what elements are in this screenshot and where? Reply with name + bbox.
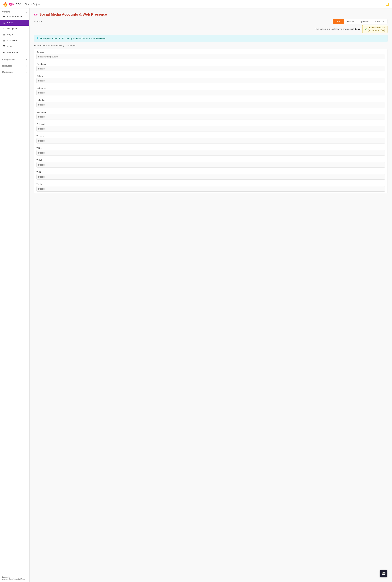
- sidebar-item-navigation[interactable]: ▲ Navigation: [0, 26, 29, 32]
- save-button[interactable]: 💾: [380, 570, 387, 577]
- form-field-twitch: Twitch: [34, 157, 387, 169]
- input-linkedin[interactable]: [36, 102, 385, 108]
- label-twitter: Twitter: [36, 171, 385, 173]
- info-message: Please provide the full URL starting wit…: [40, 37, 106, 40]
- main-content: @ Social Media Accounts & Web Presence S…: [30, 8, 392, 582]
- status-bar: Statuses Draft Review Approved Published: [34, 19, 388, 24]
- logo-ign: ign: [9, 2, 14, 6]
- input-twitter[interactable]: [36, 174, 385, 180]
- logged-in-email: martine@andromeda16.com: [2, 578, 27, 580]
- form-field-youtube: Youtube: [34, 181, 387, 193]
- topbar-left: 🔥 ign·tion Starter Project: [2, 2, 40, 7]
- sidebar-item-label: Bulk Publish: [7, 51, 19, 54]
- sidebar-item-label: Social: [7, 22, 13, 24]
- content-label: Content: [2, 11, 10, 13]
- form-field-twitter: Twitter: [34, 169, 387, 181]
- topbar: 🔥 ign·tion Starter Project 🌙: [0, 0, 392, 8]
- input-facebook[interactable]: [36, 66, 385, 72]
- status-tab-draft[interactable]: Draft: [332, 19, 344, 24]
- sidebar-item-media[interactable]: 🖼 Media: [0, 44, 29, 49]
- content-section: Content ▲ ❖ Site Information ◎ Social ▲ …: [0, 8, 29, 56]
- content-section-header[interactable]: Content ▲: [0, 10, 29, 14]
- sidebar-item-collections[interactable]: ⊟ Collections: [0, 38, 29, 44]
- configuration-section-header[interactable]: Configuration ▼: [0, 57, 29, 62]
- my-account-section-header[interactable]: My Account ▼: [0, 70, 29, 74]
- input-youtube[interactable]: [36, 186, 385, 192]
- logged-in-label: Logged in as: [2, 576, 27, 578]
- label-facebook: Facebook: [36, 63, 385, 65]
- form-field-tiktok: Tiktok: [34, 145, 387, 157]
- label-threads: Threads: [36, 135, 385, 137]
- status-tab-approved[interactable]: Approved: [357, 19, 372, 24]
- pages-icon: ⊞: [2, 33, 6, 36]
- env-name: Local: [355, 28, 360, 30]
- sidebar-item-bulk-publish[interactable]: ◈ Bulk Publish: [0, 49, 29, 55]
- my-account-label: My Account: [2, 71, 13, 73]
- resources-section: Resources ▼: [0, 62, 29, 69]
- logo-dot: ·: [14, 2, 15, 7]
- resources-chevron-icon: ▼: [26, 65, 27, 67]
- configuration-section: Configuration ▼: [0, 56, 29, 62]
- form-field-github: Github: [34, 73, 387, 85]
- label-mastodon: Mastodon: [36, 111, 385, 113]
- input-bluesky[interactable]: [36, 54, 385, 60]
- navigation-icon: ▲: [2, 27, 6, 30]
- page-header: @ Social Media Accounts & Web Presence: [34, 12, 388, 16]
- input-mastodon[interactable]: [36, 114, 385, 120]
- status-tab-published[interactable]: Published: [372, 19, 388, 24]
- page-title: Social Media Accounts & Web Presence: [39, 12, 107, 16]
- site-information-icon: ❖: [2, 15, 6, 18]
- form-field-polywork: Polywork: [34, 121, 387, 133]
- my-account-section: My Account ▼: [0, 69, 29, 75]
- sidebar: Content ▲ ❖ Site Information ◎ Social ▲ …: [0, 8, 30, 582]
- status-tabs: Draft Review Approved Published: [332, 19, 388, 24]
- input-polywork[interactable]: [36, 126, 385, 132]
- logo-flame-icon: 🔥: [2, 2, 8, 6]
- label-youtube: Youtube: [36, 183, 385, 185]
- input-github[interactable]: [36, 78, 385, 84]
- form-field-linkedin: LinkedIn: [34, 97, 387, 109]
- page-header-icon: @: [34, 12, 38, 16]
- label-twitch: Twitch: [36, 159, 385, 161]
- logo: 🔥 ign·tion: [2, 2, 22, 7]
- required-note: Fields marked with an asterisk (*) are r…: [34, 44, 388, 47]
- env-bar: This content is in the following environ…: [34, 25, 388, 33]
- status-tab-review[interactable]: Review: [344, 19, 357, 24]
- check-icon: ✔: [365, 28, 367, 31]
- form-field-threads: Threads: [34, 133, 387, 145]
- promote-button[interactable]: ✔ Promote to Review (publishes to: Test): [362, 25, 388, 33]
- social-icon: ◎: [2, 21, 6, 24]
- sidebar-item-label: Navigation: [7, 28, 18, 30]
- form-field-bluesky: Bluesky: [34, 49, 387, 61]
- resources-section-header[interactable]: Resources ▼: [0, 64, 29, 68]
- promote-btn-text: Promote to Review (publishes to: Test): [368, 26, 385, 32]
- configuration-label: Configuration: [2, 58, 15, 61]
- sidebar-footer: Logged in as martine@andromeda16.com: [0, 574, 29, 582]
- info-icon: ℹ: [37, 37, 38, 40]
- my-account-chevron-icon: ▼: [26, 71, 27, 73]
- resources-label: Resources: [2, 65, 12, 67]
- label-tiktok: Tiktok: [36, 147, 385, 149]
- logo-brand: ign·tion: [9, 2, 22, 7]
- sidebar-item-social[interactable]: ◎ Social: [0, 20, 29, 26]
- sidebar-item-label: Site Information: [7, 16, 22, 18]
- label-instagram: Instagram: [36, 87, 385, 89]
- save-icon: 💾: [382, 572, 386, 576]
- sidebar-item-site-information[interactable]: ❖ Site Information: [0, 14, 29, 20]
- input-instagram[interactable]: [36, 90, 385, 96]
- content-chevron-icon: ▲: [26, 11, 27, 13]
- form-field-mastodon: Mastodon: [34, 109, 387, 121]
- logo-tion: tion: [16, 2, 22, 6]
- media-icon: 🖼: [2, 45, 6, 48]
- label-bluesky: Bluesky: [36, 51, 385, 53]
- sidebar-item-pages[interactable]: ⊞ Pages: [0, 32, 29, 38]
- project-name: Starter Project: [24, 3, 40, 6]
- form-field-instagram: Instagram: [34, 85, 387, 97]
- statuses-label: Statuses: [34, 20, 42, 23]
- dark-mode-button[interactable]: 🌙: [385, 2, 390, 6]
- env-text: This content is in the following environ…: [315, 28, 360, 30]
- collections-icon: ⊟: [2, 39, 6, 42]
- input-twitch[interactable]: [36, 162, 385, 168]
- input-threads[interactable]: [36, 138, 385, 144]
- input-tiktok[interactable]: [36, 150, 385, 156]
